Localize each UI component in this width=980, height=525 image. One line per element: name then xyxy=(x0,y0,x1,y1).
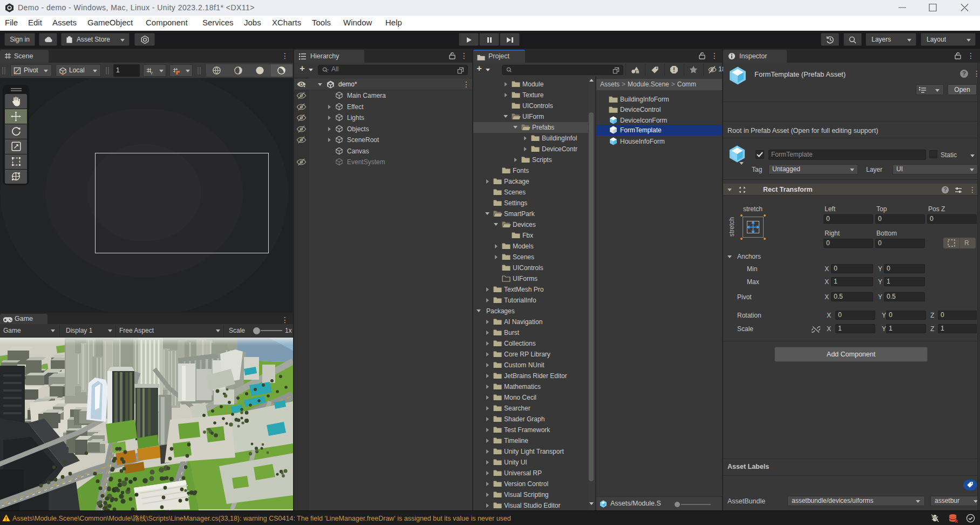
svg-text:Y: Y xyxy=(150,71,153,75)
svg-text:?: ? xyxy=(943,187,947,193)
svg-text:?: ? xyxy=(962,70,966,77)
